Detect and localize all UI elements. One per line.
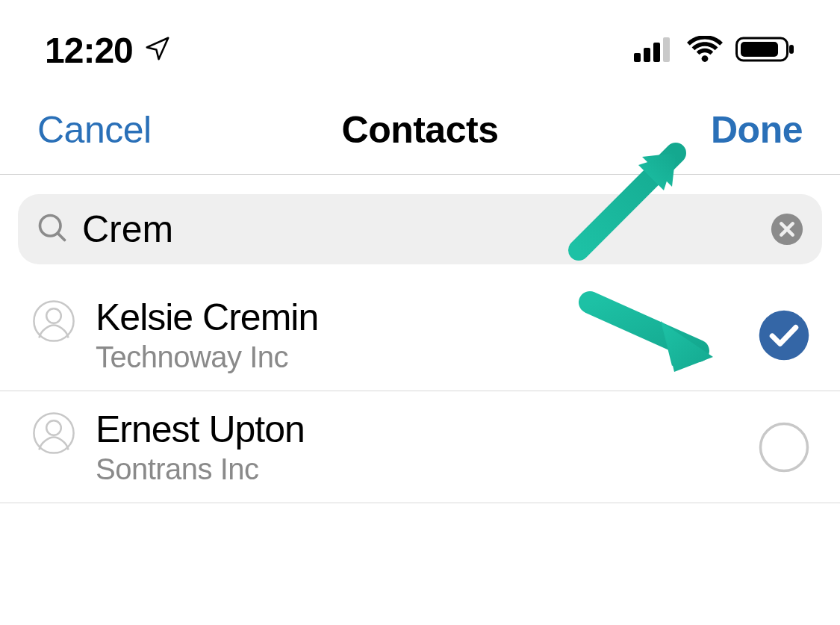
clock: 12:20 bbox=[45, 30, 133, 71]
svg-rect-3 bbox=[663, 37, 670, 62]
svg-rect-5 bbox=[741, 42, 778, 57]
contact-row[interactable]: Ernest Upton Sontrans Inc bbox=[0, 391, 840, 503]
clear-search-icon[interactable] bbox=[770, 212, 804, 246]
search-field[interactable] bbox=[18, 194, 822, 264]
search-icon bbox=[36, 211, 69, 247]
status-bar: 12:20 bbox=[0, 0, 840, 86]
avatar-icon bbox=[33, 300, 75, 342]
wifi-icon bbox=[686, 36, 724, 66]
contact-row[interactable]: Kelsie Cremin Technoway Inc bbox=[0, 279, 840, 391]
contact-list: Kelsie Cremin Technoway Inc Ernest Upton… bbox=[0, 279, 840, 503]
done-button[interactable]: Done bbox=[668, 108, 803, 152]
svg-rect-6 bbox=[789, 45, 794, 54]
svg-point-11 bbox=[46, 308, 61, 323]
page-title: Contacts bbox=[172, 108, 668, 152]
avatar-icon bbox=[33, 412, 75, 454]
svg-rect-2 bbox=[653, 43, 660, 62]
svg-point-12 bbox=[759, 310, 809, 360]
svg-point-15 bbox=[761, 423, 808, 470]
svg-point-14 bbox=[46, 420, 61, 435]
location-icon bbox=[143, 30, 172, 71]
checkbox-selected[interactable] bbox=[758, 309, 810, 361]
svg-rect-0 bbox=[634, 53, 641, 62]
checkbox-unselected[interactable] bbox=[758, 421, 810, 473]
search-input[interactable] bbox=[69, 205, 770, 254]
nav-bar: Cancel Contacts Done bbox=[0, 86, 840, 175]
cancel-button[interactable]: Cancel bbox=[37, 108, 172, 152]
contact-company: Sontrans Inc bbox=[96, 453, 758, 486]
contact-company: Technoway Inc bbox=[96, 341, 758, 374]
svg-line-8 bbox=[57, 233, 64, 240]
contact-name: Kelsie Cremin bbox=[96, 296, 758, 339]
search-bar bbox=[0, 175, 840, 279]
status-time-area: 12:20 bbox=[45, 30, 172, 71]
svg-rect-1 bbox=[644, 48, 650, 62]
status-indicators bbox=[634, 36, 795, 66]
contact-name: Ernest Upton bbox=[96, 408, 758, 451]
battery-icon bbox=[735, 36, 795, 66]
cellular-icon bbox=[634, 37, 674, 65]
